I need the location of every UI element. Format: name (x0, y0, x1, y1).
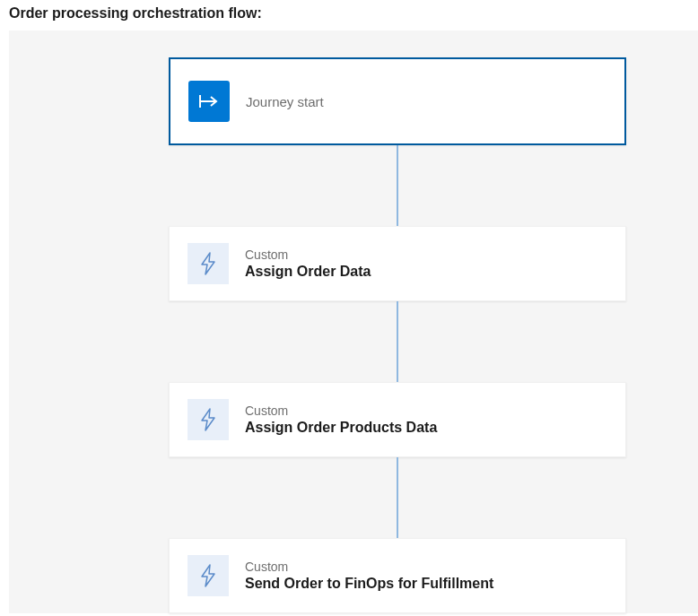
flow-column: Journey start Custom Assign Order Data (169, 57, 626, 613)
lightning-icon (188, 243, 229, 284)
action-title: Assign Order Products Data (245, 420, 437, 436)
flow-canvas[interactable]: Journey start Custom Assign Order Data (9, 30, 698, 613)
page-title: Order processing orchestration flow: (0, 0, 698, 30)
action-category: Custom (245, 560, 493, 574)
action-category: Custom (245, 403, 437, 418)
lightning-icon (188, 555, 229, 596)
connector-line (397, 145, 398, 226)
action-node-assign-order-products-data[interactable]: Custom Assign Order Products Data (169, 382, 626, 457)
lightning-icon (188, 399, 229, 440)
action-node-send-order-finops[interactable]: Custom Send Order to FinOps for Fulfillm… (169, 538, 626, 613)
action-text: Custom Assign Order Products Data (245, 403, 437, 436)
action-node-assign-order-data[interactable]: Custom Assign Order Data (169, 226, 626, 301)
connector-line (397, 301, 398, 382)
action-category: Custom (245, 247, 371, 262)
action-text: Custom Assign Order Data (245, 247, 371, 280)
connector-line (397, 457, 398, 538)
journey-start-label: Journey start (246, 94, 324, 109)
action-title: Send Order to FinOps for Fulfillment (245, 576, 493, 592)
action-text: Custom Send Order to FinOps for Fulfillm… (245, 560, 493, 592)
action-title: Assign Order Data (245, 264, 371, 280)
start-arrow-icon (188, 81, 230, 122)
journey-start-node[interactable]: Journey start (169, 57, 626, 145)
